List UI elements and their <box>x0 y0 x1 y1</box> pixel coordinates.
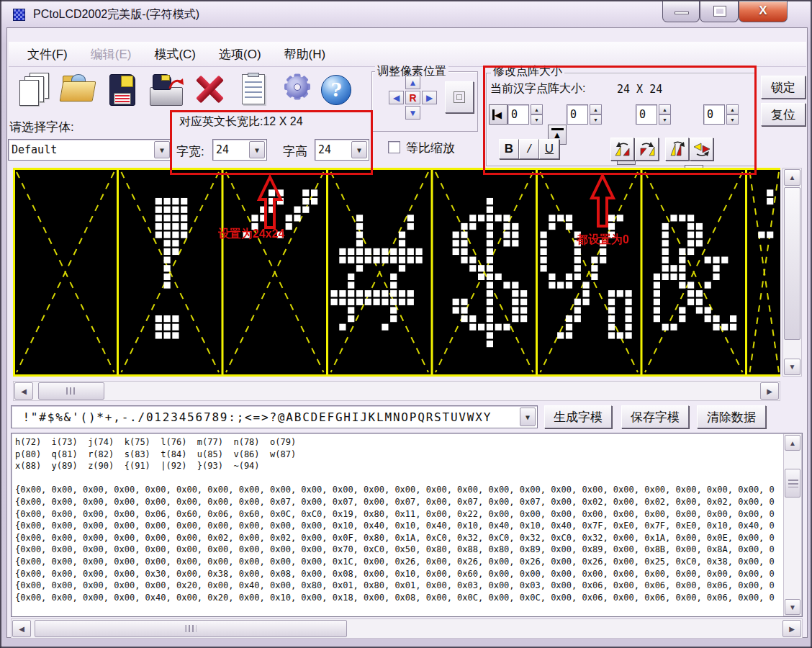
output-vscroll-thumb[interactable] <box>785 469 800 498</box>
window-title: PCtoLCD2002完美版-(字符模式) <box>33 7 199 22</box>
output-hscroll-thumb[interactable] <box>35 620 347 637</box>
scroll-left-button[interactable]: ◀ <box>14 382 33 400</box>
left-margin-icon-button[interactable]: ◀ <box>489 104 508 125</box>
page-icon <box>19 80 39 106</box>
maximize-icon <box>714 6 726 16</box>
reset-button[interactable]: 复位 <box>761 103 806 126</box>
generate-font-button[interactable]: 生成字模 <box>544 405 612 428</box>
char-width-label: 字宽: <box>176 143 204 160</box>
output-line: {0x00, 0x00, 0x00, 0x00, 0x00, 0x20, 0x0… <box>15 580 775 592</box>
italic-button[interactable]: / <box>519 139 539 159</box>
minimize-button[interactable] <box>662 1 700 22</box>
close-button[interactable]: X <box>739 1 788 22</box>
output-textarea[interactable]: h(72) i(73) j(74) k(75) l(76) m(77) n(78… <box>11 433 803 617</box>
rotate-left-icon <box>613 141 632 157</box>
current-matrix-label: 当前汉字点阵大小: <box>490 81 585 96</box>
bold-button[interactable]: B <box>499 139 519 159</box>
spin-down-icon[interactable]: ▼ <box>531 114 543 125</box>
right-margin-field[interactable]: 0 <box>636 104 657 125</box>
flip-horizontal-button[interactable] <box>690 138 713 161</box>
move-down-button[interactable]: ▼ <box>405 106 420 120</box>
lock-button[interactable]: 锁定 <box>761 76 806 99</box>
font-select-combobox[interactable]: Default ▼ <box>8 139 172 161</box>
flip-vertical-icon <box>668 141 687 157</box>
matrix-size-title: 修改点阵大小 <box>491 66 564 76</box>
save-button[interactable] <box>108 73 143 110</box>
move-up-button[interactable]: ▲ <box>405 76 420 89</box>
bottom-margin-spinner[interactable]: ▲▼ <box>726 104 739 125</box>
spin-down-icon[interactable]: ▼ <box>590 114 602 125</box>
char-width-combobox[interactable]: 24 ▼ <box>212 139 267 161</box>
maximize-button[interactable] <box>700 1 739 22</box>
spin-up-icon[interactable]: ▲ <box>590 104 602 114</box>
save-as-button[interactable] <box>150 73 184 110</box>
spin-down-icon[interactable]: ▼ <box>659 114 671 125</box>
scroll-left-button[interactable]: ◀ <box>12 620 31 637</box>
flip-vertical-button[interactable] <box>665 138 689 161</box>
output-line: {0x00, 0x00, 0x00, 0x00, 0x00, 0x00, 0x0… <box>15 484 775 496</box>
scroll-down-button[interactable]: ▼ <box>784 359 800 375</box>
spin-up-icon[interactable]: ▲ <box>531 104 543 114</box>
top-margin-spinner[interactable]: ▲▼ <box>590 104 602 125</box>
save-font-button[interactable]: 保存字模 <box>621 405 689 428</box>
menu-edit[interactable]: 编辑(E) <box>79 43 143 66</box>
menu-help[interactable]: 帮助(H) <box>273 43 338 66</box>
scale-checkbox[interactable] <box>388 141 400 153</box>
left-margin-spinner[interactable]: ▲▼ <box>531 104 543 125</box>
output-hscrollbar[interactable]: ◀ ▶ <box>11 618 803 639</box>
help-button[interactable]: ? <box>319 73 353 110</box>
preview-hscroll-thumb[interactable] <box>38 382 104 400</box>
gear-hole <box>294 84 301 91</box>
center-glyph-button[interactable] <box>445 81 474 113</box>
menu-options[interactable]: 选项(O) <box>207 43 273 66</box>
rotate-left-button[interactable] <box>610 138 634 161</box>
open-file-button[interactable] <box>61 73 96 110</box>
new-file-button[interactable] <box>18 73 53 110</box>
preview-vscrollbar[interactable]: ▲ ▼ <box>782 168 802 377</box>
app-icon <box>13 9 25 21</box>
delete-button[interactable] <box>193 73 227 110</box>
chevron-down-icon[interactable]: ▼ <box>351 141 367 158</box>
spin-up-icon[interactable]: ▲ <box>726 104 739 114</box>
view-notes-button[interactable] <box>236 73 271 110</box>
folder-icon <box>60 81 96 102</box>
top-margin-field[interactable]: 0 <box>567 104 588 125</box>
chevron-down-icon[interactable]: ▼ <box>520 408 536 426</box>
bottom-margin-field[interactable]: 0 <box>703 104 725 125</box>
char-height-label: 字高 <box>283 143 307 160</box>
scroll-down-button[interactable]: ▼ <box>785 599 800 615</box>
title-bar[interactable]: PCtoLCD2002完美版-(字符模式) X <box>1 1 811 27</box>
char-list-combobox[interactable]: !"#$%&'()*+,-./0123456789:;<=>?@ABCDEFGH… <box>11 405 538 428</box>
move-left-button[interactable]: ◀ <box>389 91 404 104</box>
menu-file[interactable]: 文件(F) <box>16 43 79 66</box>
preview-vscroll-thumb[interactable] <box>784 187 800 340</box>
scroll-up-button[interactable]: ▲ <box>784 169 800 186</box>
chevron-down-icon[interactable]: ▼ <box>249 141 265 158</box>
rotate-right-icon <box>638 141 657 157</box>
spin-down-icon[interactable]: ▼ <box>726 114 739 125</box>
rotate-right-button[interactable] <box>635 138 659 161</box>
menu-mode[interactable]: 模式(C) <box>143 43 207 66</box>
settings-button[interactable] <box>279 73 314 110</box>
scroll-right-button[interactable]: ▶ <box>760 382 779 400</box>
floppy-label <box>121 76 133 87</box>
scroll-up-button[interactable]: ▲ <box>785 435 800 451</box>
scroll-right-button[interactable]: ▶ <box>782 620 801 637</box>
lcd-preview[interactable] <box>13 168 780 377</box>
chevron-down-icon[interactable]: ▼ <box>154 141 170 158</box>
menu-bar: 文件(F) 编辑(E) 模式(C) 选项(O) 帮助(H) <box>9 42 806 67</box>
clear-data-button[interactable]: 清除数据 <box>697 405 766 428</box>
output-line: {0x00, 0x00, 0x00, 0x00, 0x06, 0x60, 0x0… <box>15 508 775 521</box>
output-vscrollbar[interactable]: ▲ ▼ <box>783 433 802 616</box>
char-height-combobox[interactable]: 24 ▼ <box>315 139 369 161</box>
output-line: x(88) y(89) z(90) {(91) |(92) }(93) ~(94… <box>15 460 775 472</box>
preview-hscrollbar[interactable]: ◀ ▶ <box>13 381 780 401</box>
underline-button[interactable]: U <box>539 139 559 159</box>
left-margin-field[interactable]: 0 <box>508 104 529 125</box>
reset-position-button[interactable]: R <box>405 91 420 104</box>
scale-checkbox-label: 等比缩放 <box>406 140 455 156</box>
move-right-button[interactable]: ▶ <box>422 91 437 104</box>
spin-up-icon[interactable]: ▲ <box>659 104 671 114</box>
output-line <box>15 472 775 485</box>
right-margin-spinner[interactable]: ▲▼ <box>659 104 671 125</box>
